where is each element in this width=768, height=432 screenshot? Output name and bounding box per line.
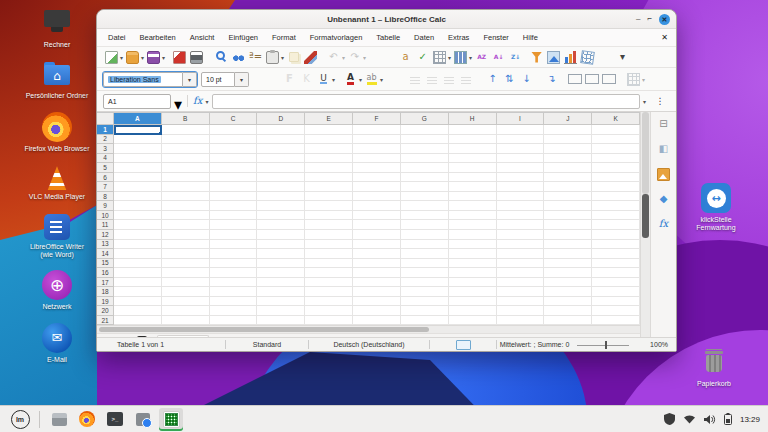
cell-E2[interactable] [305,135,353,145]
cell-F14[interactable] [353,249,401,259]
cell-F1[interactable] [353,125,401,135]
cell-K21[interactable] [592,316,640,325]
sort-ascending-icon[interactable]: A↓ [491,49,506,65]
row-header-8[interactable]: 8 [97,192,114,202]
navigator-icon[interactable]: ◆ [656,191,671,207]
select-all-corner[interactable] [97,113,114,125]
minimize-button[interactable]: – [636,15,640,23]
row-header-21[interactable]: 21 [97,316,114,325]
cell-I7[interactable] [497,182,545,192]
save-icon[interactable] [146,49,161,65]
cell-A2[interactable] [114,135,162,145]
cell-I1[interactable] [497,125,545,135]
vertical-scrollbar-thumb[interactable] [642,194,649,238]
cell-D6[interactable] [257,173,305,183]
cell-B2[interactable] [162,135,210,145]
cell-B18[interactable] [162,287,210,297]
menu-bearbeiten[interactable]: Bearbeiten [133,31,183,44]
cell-A13[interactable] [114,240,162,250]
cell-I11[interactable] [497,220,545,230]
cell-E5[interactable] [305,163,353,173]
column-header-G[interactable]: G [401,113,449,125]
cell-F18[interactable] [353,287,401,297]
cell-D17[interactable] [257,278,305,288]
cell-K17[interactable] [592,278,640,288]
vertical-scrollbar[interactable] [640,112,650,337]
cell-K19[interactable] [592,297,640,307]
cell-J6[interactable] [544,173,592,183]
cell-G15[interactable] [401,259,449,269]
cell-J21[interactable] [544,316,592,325]
cell-B9[interactable] [162,201,210,211]
underline-icon[interactable]: U [316,71,331,87]
cell-F20[interactable] [353,306,401,316]
column-header-I[interactable]: I [497,113,545,125]
cell-H14[interactable] [449,249,497,259]
cell-C2[interactable] [210,135,258,145]
column-icon[interactable] [453,49,468,65]
insert-chart-icon[interactable] [563,49,578,65]
cell-J9[interactable] [544,201,592,211]
cell-F2[interactable] [353,135,401,145]
vertical-scrollbar-track[interactable] [642,112,649,194]
merge-cells-icon[interactable] [567,71,582,87]
cell-I20[interactable] [497,306,545,316]
cell-C21[interactable] [210,316,258,325]
font-size-dropdown[interactable]: ▾ [235,72,249,87]
cell-F6[interactable] [353,173,401,183]
stats-field[interactable]: Mittelwert: ; Summe: 0 [497,338,572,351]
cell-B14[interactable] [162,249,210,259]
pivot-table-icon[interactable] [580,49,595,65]
open-dropdown[interactable]: ▾ [141,54,144,61]
zoom-slider-thumb[interactable] [605,341,607,349]
formula-input[interactable] [212,94,640,109]
name-box[interactable]: A1 [103,94,171,109]
cell-G4[interactable] [401,154,449,164]
cell-G14[interactable] [401,249,449,259]
cell-E3[interactable] [305,144,353,154]
paste-dropdown[interactable]: ▾ [281,54,284,61]
cell-A9[interactable] [114,201,162,211]
borders-dropdown[interactable]: ▾ [642,76,645,83]
cell-B1[interactable] [162,125,210,135]
sort-descending-icon[interactable]: Z↓ [508,49,523,65]
wifi-icon[interactable] [683,414,696,424]
cell-H21[interactable] [449,316,497,325]
cell-C13[interactable] [210,240,258,250]
cell-G2[interactable] [401,135,449,145]
clone-formatting-icon[interactable] [303,49,318,65]
cell-B3[interactable] [162,144,210,154]
cell-I5[interactable] [497,163,545,173]
cell-K13[interactable] [592,240,640,250]
cell-J7[interactable] [544,182,592,192]
cell-I6[interactable] [497,173,545,183]
wrap-text-icon[interactable]: ↴ [544,71,559,87]
cell-K20[interactable] [592,306,640,316]
paste-icon[interactable] [265,49,280,65]
cell-K12[interactable] [592,230,640,240]
cell-D13[interactable] [257,240,305,250]
cell-J1[interactable] [544,125,592,135]
menu-format[interactable]: Format [265,31,303,44]
cell-D21[interactable] [257,316,305,325]
cell-G16[interactable] [401,268,449,278]
cell-K4[interactable] [592,154,640,164]
find-replace-icon[interactable] [214,49,229,65]
cell-J8[interactable] [544,192,592,202]
print-icon[interactable] [189,49,204,65]
row-header-17[interactable]: 17 [97,278,114,288]
cell-H4[interactable] [449,154,497,164]
cell-E17[interactable] [305,278,353,288]
menu-einfgen[interactable]: Einfügen [221,31,265,44]
menu-formatvorlagen[interactable]: Formatvorlagen [303,31,370,44]
cell-F17[interactable] [353,278,401,288]
redo-dropdown[interactable]: ▾ [363,54,366,61]
cell-K9[interactable] [592,201,640,211]
autofilter-icon[interactable] [529,49,544,65]
column-header-J[interactable]: J [544,113,592,125]
functions-icon[interactable]: fx [656,216,671,232]
cell-H9[interactable] [449,201,497,211]
cell-A12[interactable] [114,230,162,240]
row-header-20[interactable]: 20 [97,306,114,316]
cell-I13[interactable] [497,240,545,250]
